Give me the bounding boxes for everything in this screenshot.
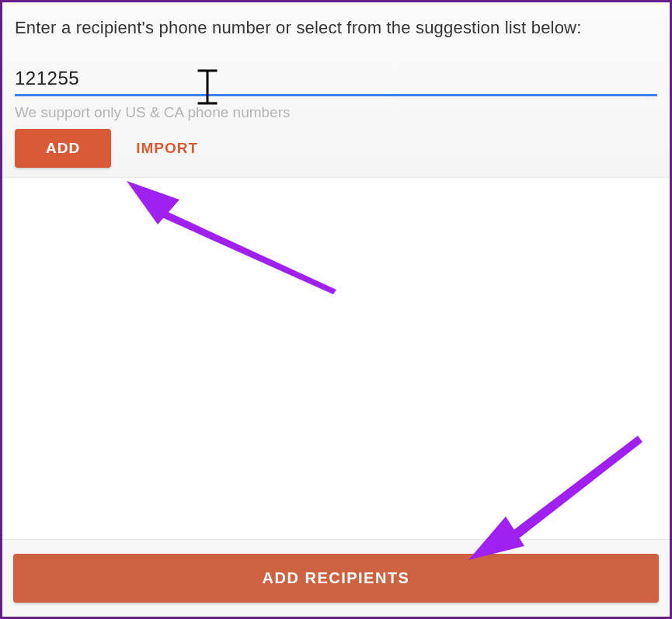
phone-number-input[interactable] <box>15 64 657 96</box>
import-button[interactable]: IMPORT <box>130 129 204 168</box>
dialog-frame: Enter a recipient's phone number or sele… <box>0 0 672 619</box>
phone-input-wrap <box>15 64 657 96</box>
prompt-label: Enter a recipient's phone number or sele… <box>15 18 657 38</box>
button-row: ADD IMPORT <box>15 129 657 168</box>
phone-hint-text: We support only US & CA phone numbers <box>15 104 657 121</box>
recipient-entry-section: Enter a recipient's phone number or sele… <box>2 2 670 178</box>
suggestion-list-area <box>2 178 670 504</box>
add-button[interactable]: ADD <box>15 129 111 168</box>
footer-bar: ADD RECIPIENTS <box>2 539 670 617</box>
add-recipients-button[interactable]: ADD RECIPIENTS <box>13 554 659 603</box>
